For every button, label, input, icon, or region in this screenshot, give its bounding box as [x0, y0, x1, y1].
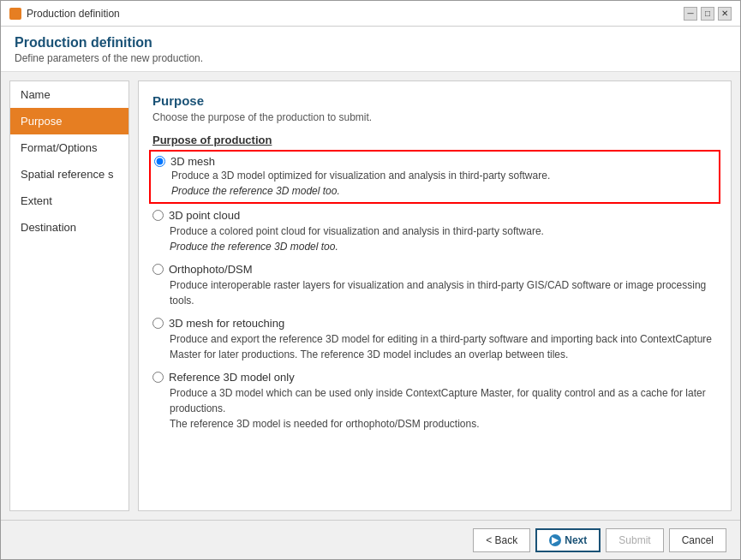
note-3d-point-cloud: Produce the reference 3D model too. [170, 241, 338, 253]
window-title: Production definition [27, 8, 120, 20]
title-bar: Production definition ─ □ ✕ [1, 1, 740, 27]
option-reference-3d-model: Reference 3D model only Produce a 3D mod… [152, 371, 717, 432]
option-orthophoto-dsm: Orthophoto/DSM Produce interoperable ras… [152, 263, 717, 308]
radio-label-3d-mesh[interactable]: 3D mesh [154, 155, 715, 168]
submit-button[interactable]: Submit [606, 528, 663, 552]
page-title: Production definition [15, 35, 726, 51]
page-subtitle: Define parameters of the new production. [15, 52, 726, 64]
option-3d-point-cloud: 3D point cloud Produce a colored point c… [152, 209, 717, 254]
sidebar: Name Purpose Format/Options Spatial refe… [9, 80, 129, 511]
next-icon: ▶ [549, 534, 561, 546]
desc-3d-mesh: Produce a 3D model optimized for visuali… [154, 168, 715, 199]
radio-label-orthophoto-dsm[interactable]: Orthophoto/DSM [152, 263, 717, 276]
sidebar-item-name[interactable]: Name [10, 81, 128, 108]
desc-orthophoto-dsm: Produce interoperable raster layers for … [152, 277, 717, 308]
back-button[interactable]: < Back [473, 528, 530, 552]
production-icon [9, 8, 21, 20]
radio-3d-point-cloud[interactable] [152, 210, 164, 221]
label-3d-mesh-retouching: 3D mesh for retouching [169, 317, 284, 330]
radio-reference-3d-model[interactable] [152, 372, 164, 383]
sidebar-item-spatial-ref[interactable]: Spatial reference s [10, 161, 128, 188]
title-bar-left: Production definition [9, 8, 120, 20]
cancel-button[interactable]: Cancel [669, 528, 726, 552]
label-reference-3d-model: Reference 3D model only [169, 371, 295, 384]
desc-reference-3d-model: Produce a 3D model which can be used onl… [152, 385, 717, 432]
label-3d-point-cloud: 3D point cloud [169, 209, 240, 222]
header-section: Production definition Define parameters … [1, 27, 740, 72]
desc-3d-point-cloud: Produce a colored point cloud for visual… [152, 223, 717, 254]
minimize-button[interactable]: ─ [684, 7, 697, 21]
radio-3d-mesh-retouching[interactable] [152, 318, 164, 329]
note-reference-3d-model: The reference 3D model is needed for ort… [170, 418, 480, 430]
option-3d-mesh: 3D mesh Produce a 3D model optimized for… [152, 153, 717, 200]
sidebar-item-format-options[interactable]: Format/Options [10, 134, 128, 161]
radio-group-purpose: 3D mesh Produce a 3D model optimized for… [152, 153, 717, 432]
highlighted-box: 3D mesh Produce a 3D model optimized for… [149, 150, 720, 204]
main-content: Name Purpose Format/Options Spatial refe… [1, 72, 740, 520]
next-button[interactable]: ▶ Next [535, 528, 601, 552]
radio-label-3d-point-cloud[interactable]: 3D point cloud [152, 209, 717, 222]
desc-3d-mesh-retouching: Produce and export the reference 3D mode… [152, 331, 717, 362]
sidebar-item-destination[interactable]: Destination [10, 214, 128, 241]
panel-subtitle: Choose the purpose of the production to … [152, 111, 717, 123]
sidebar-item-extent[interactable]: Extent [10, 188, 128, 214]
section-label: Purpose of production [152, 134, 717, 146]
radio-label-reference-3d-model[interactable]: Reference 3D model only [152, 371, 717, 384]
label-orthophoto-dsm: Orthophoto/DSM [169, 263, 253, 276]
production-definition-window: Production definition ─ □ ✕ Production d… [0, 0, 741, 560]
maximize-button[interactable]: □ [701, 7, 714, 21]
close-button[interactable]: ✕ [718, 7, 732, 21]
radio-label-3d-mesh-retouching[interactable]: 3D mesh for retouching [152, 317, 717, 330]
radio-orthophoto-dsm[interactable] [152, 264, 164, 275]
sidebar-item-purpose[interactable]: Purpose [10, 108, 128, 134]
label-3d-mesh: 3D mesh [170, 155, 215, 168]
footer: < Back ▶ Next Submit Cancel [1, 520, 740, 559]
content-panel: Purpose Choose the purpose of the produc… [138, 80, 732, 511]
next-label: Next [565, 534, 587, 546]
radio-3d-mesh[interactable] [154, 156, 165, 167]
window-controls: ─ □ ✕ [684, 7, 732, 21]
note-3d-mesh: Produce the reference 3D model too. [171, 185, 340, 197]
option-3d-mesh-retouching: 3D mesh for retouching Produce and expor… [152, 317, 717, 362]
panel-title: Purpose [152, 93, 717, 108]
